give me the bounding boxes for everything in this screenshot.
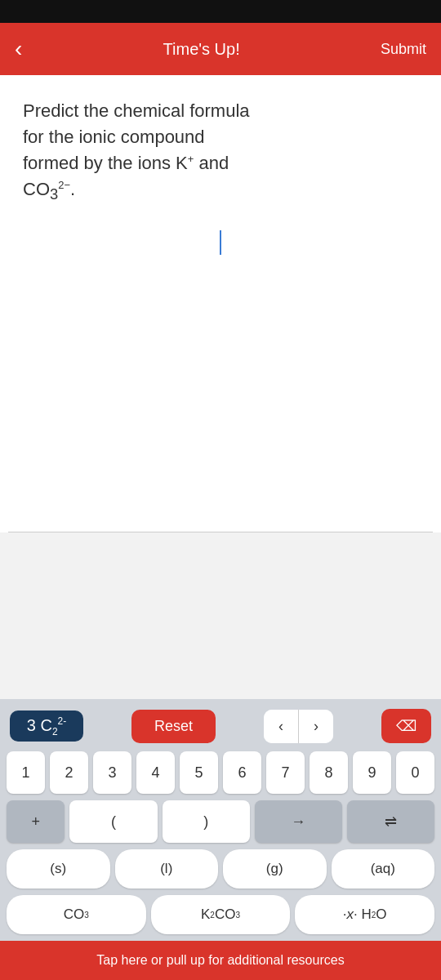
- nav-button-group: ‹ ›: [264, 710, 333, 743]
- number-row: 1 2 3 4 5 6 7 8 9 0: [7, 751, 434, 794]
- symbols-row: + ( ) → ⇌: [7, 800, 434, 843]
- key-3[interactable]: 3: [93, 751, 131, 794]
- key-open-paren[interactable]: (: [69, 800, 157, 843]
- key-1[interactable]: 1: [7, 751, 45, 794]
- answer-underline: [8, 532, 433, 532]
- key-k2co3[interactable]: K2CO3: [151, 895, 291, 934]
- state-row: (s) (l) (g) (aq): [7, 849, 434, 889]
- status-bar: [0, 0, 441, 23]
- display-row: 3 C22- Reset ‹ › ⌫: [7, 709, 434, 743]
- key-plus[interactable]: +: [7, 800, 65, 843]
- key-close-paren[interactable]: ): [163, 800, 250, 843]
- key-aqueous[interactable]: (aq): [332, 849, 435, 889]
- question-text: Predict the chemical formula for the ion…: [23, 98, 418, 206]
- reset-button[interactable]: Reset: [131, 710, 216, 743]
- key-co3[interactable]: CO3: [7, 895, 146, 934]
- header: ‹ Time's Up! Submit: [0, 23, 441, 75]
- key-xh2o[interactable]: · x· H2O: [295, 895, 434, 934]
- current-expression-display: 3 C22-: [10, 710, 83, 742]
- nav-left-button[interactable]: ‹: [264, 710, 299, 743]
- key-solid[interactable]: (s): [7, 849, 110, 889]
- back-button[interactable]: ‹: [15, 38, 22, 60]
- key-4[interactable]: 4: [136, 751, 175, 794]
- submit-button[interactable]: Submit: [381, 41, 426, 58]
- header-title: Time's Up!: [163, 40, 240, 59]
- content-area: Predict the chemical formula for the ion…: [0, 75, 441, 532]
- key-2[interactable]: 2: [50, 751, 88, 794]
- key-equilibrium[interactable]: ⇌: [347, 800, 434, 843]
- key-5[interactable]: 5: [180, 751, 218, 794]
- resource-bar[interactable]: Tap here or pull up for additional resou…: [0, 941, 441, 980]
- delete-button[interactable]: ⌫: [381, 709, 431, 743]
- answer-input-area[interactable]: [23, 230, 418, 255]
- key-liquid[interactable]: (l): [115, 849, 219, 889]
- key-0[interactable]: 0: [396, 751, 434, 794]
- key-9[interactable]: 9: [353, 751, 391, 794]
- text-cursor: [220, 230, 221, 255]
- resource-bar-label: Tap here or pull up for additional resou…: [96, 953, 344, 968]
- key-8[interactable]: 8: [310, 751, 348, 794]
- key-7[interactable]: 7: [266, 751, 305, 794]
- key-gas[interactable]: (g): [223, 849, 327, 889]
- key-arrow[interactable]: →: [255, 800, 342, 843]
- compound-row: CO3 K2CO3 · x· H2O: [7, 895, 434, 934]
- key-6[interactable]: 6: [223, 751, 261, 794]
- nav-right-button[interactable]: ›: [299, 710, 333, 743]
- keyboard-container: 3 C22- Reset ‹ › ⌫ 1 2 3 4 5 6 7 8 9 0 +…: [0, 699, 441, 941]
